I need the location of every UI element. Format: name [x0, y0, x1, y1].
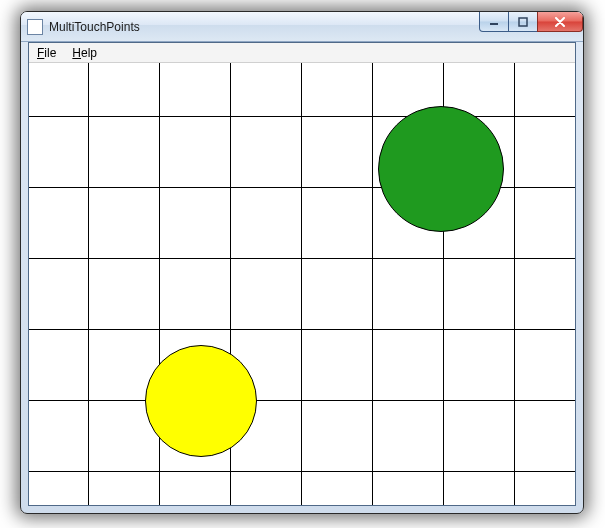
grid-line-horizontal	[29, 329, 575, 330]
touch-canvas[interactable]	[29, 63, 575, 505]
grid-line-horizontal	[29, 258, 575, 259]
grid-line-horizontal	[29, 471, 575, 472]
grid-line-vertical	[88, 63, 89, 505]
grid-line-horizontal	[29, 400, 575, 401]
grid-line-vertical	[159, 63, 160, 505]
grid-line-vertical	[372, 63, 373, 505]
svg-rect-0	[490, 23, 498, 25]
app-window: MultiTouchPoints File Help	[20, 11, 584, 514]
minimize-button[interactable]	[479, 12, 509, 32]
grid-line-vertical	[301, 63, 302, 505]
grid-line-horizontal	[29, 187, 575, 188]
grid-line-horizontal	[29, 116, 575, 117]
grid-line-vertical	[514, 63, 515, 505]
app-icon	[27, 19, 43, 35]
grid-line-vertical	[443, 63, 444, 505]
close-icon	[554, 17, 566, 27]
window-title: MultiTouchPoints	[49, 20, 140, 34]
svg-rect-1	[519, 18, 527, 26]
menu-help[interactable]: Help	[68, 45, 101, 61]
titlebar[interactable]: MultiTouchPoints	[21, 12, 583, 42]
window-controls	[479, 12, 583, 32]
close-button[interactable]	[537, 12, 583, 32]
minimize-icon	[489, 17, 499, 27]
maximize-icon	[518, 17, 528, 27]
menu-file[interactable]: File	[33, 45, 60, 61]
maximize-button[interactable]	[508, 12, 538, 32]
grid-line-vertical	[230, 63, 231, 505]
menubar: File Help	[29, 43, 575, 63]
grid-layer	[29, 63, 575, 505]
client-area: File Help	[28, 42, 576, 506]
